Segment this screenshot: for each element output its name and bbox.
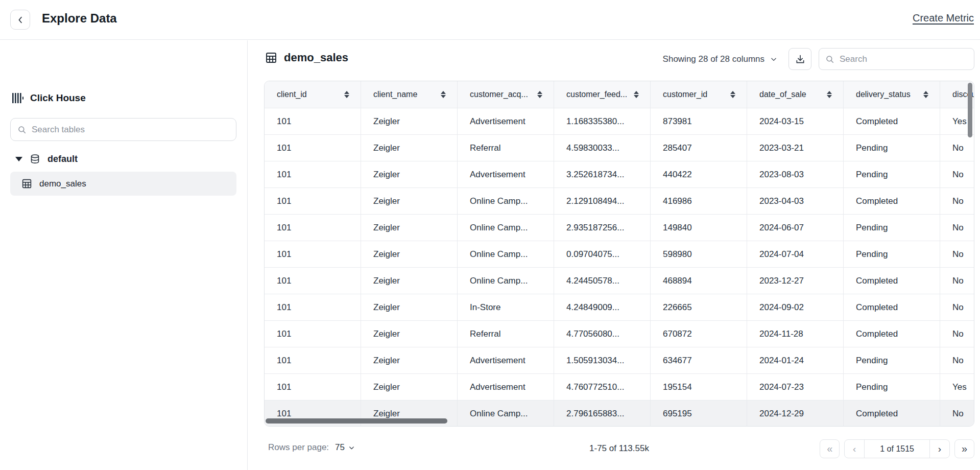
- table-row: 101ZeiglerAdvertisement1.168335380...873…: [265, 108, 974, 134]
- column-header-label: date_of_sale: [759, 90, 806, 99]
- table-cell: No: [940, 294, 974, 320]
- page-indicator: 1 of 1515: [865, 440, 929, 458]
- table-cell: Zeigler: [361, 374, 458, 400]
- table-cell: 2024-07-04: [747, 241, 844, 267]
- column-header-customer_acq[interactable]: customer_acq...: [458, 81, 554, 108]
- table-cell: 4.760772510...: [554, 374, 651, 400]
- column-header-label: client_name: [373, 90, 417, 99]
- table-cell: Advertisement: [458, 374, 554, 400]
- table-row: 101ZeiglerReferral4.77056080...670872202…: [265, 320, 974, 347]
- table-cell: Pending: [844, 241, 940, 267]
- table-cell: Zeigler: [361, 161, 458, 187]
- table-cell: In-Store: [458, 294, 554, 320]
- grid-body: 101ZeiglerAdvertisement1.168335380...873…: [265, 108, 974, 427]
- grid-search-box[interactable]: [819, 48, 974, 70]
- table-row: 101ZeiglerOnline Camp...2.935187256...14…: [265, 214, 974, 241]
- table-cell: Zeigler: [361, 215, 458, 241]
- table-cell: Online Camp...: [458, 241, 554, 267]
- table-cell: 695195: [651, 401, 747, 427]
- table-cell: Yes: [940, 374, 974, 400]
- clickhouse-logo-icon: [12, 92, 23, 104]
- table-search-box[interactable]: [10, 118, 236, 141]
- columns-visibility-dropdown[interactable]: Showing 28 of 28 columns: [663, 54, 777, 64]
- horizontal-scrollbar[interactable]: [266, 418, 447, 424]
- toolbar-right: Showing 28 of 28 columns: [663, 48, 974, 70]
- sort-icon[interactable]: [827, 91, 832, 98]
- download-button[interactable]: [788, 48, 811, 70]
- next-page-button[interactable]: ›: [929, 440, 949, 458]
- table-cell: 2024-06-07: [747, 215, 844, 241]
- prev-page-button[interactable]: ‹: [845, 440, 865, 458]
- column-header-delivery_status[interactable]: delivery_status: [844, 81, 940, 108]
- column-header-client_name[interactable]: client_name: [361, 81, 458, 108]
- table-cell: 2024-07-23: [747, 374, 844, 400]
- table-cell: Pending: [844, 215, 940, 241]
- table-cell: Zeigler: [361, 294, 458, 320]
- table-cell: Advertisement: [458, 347, 554, 373]
- create-metric-link[interactable]: Create Metric: [913, 12, 974, 24]
- table-cell: Zeigler: [361, 347, 458, 373]
- table-cell: Online Camp...: [458, 401, 554, 427]
- last-page-button[interactable]: »: [954, 439, 974, 458]
- table-cell: No: [940, 241, 974, 267]
- column-header-date_of_sale[interactable]: date_of_sale: [747, 81, 844, 108]
- table-cell: 1.505913034...: [554, 347, 651, 373]
- sort-icon[interactable]: [441, 91, 446, 98]
- table-cell: 101: [265, 135, 361, 161]
- table-search-input[interactable]: [32, 125, 229, 135]
- datasource-name: Click House: [30, 92, 86, 104]
- table-cell: No: [940, 321, 974, 347]
- first-page-button[interactable]: «: [820, 439, 840, 458]
- table-cell: No: [940, 215, 974, 241]
- column-header-customer_id[interactable]: customer_id: [651, 81, 747, 108]
- datasource-row: Click House: [12, 92, 86, 104]
- grid-search-input[interactable]: [840, 54, 968, 64]
- back-button[interactable]: [10, 10, 30, 30]
- caret-down-icon[interactable]: [15, 157, 22, 161]
- sort-icon[interactable]: [634, 91, 639, 98]
- sort-icon[interactable]: [537, 91, 542, 98]
- table-cell: Zeigler: [361, 268, 458, 294]
- table-cell: 2024-09-02: [747, 294, 844, 320]
- table-cell: Online Camp...: [458, 268, 554, 294]
- table-cell: Referral: [458, 135, 554, 161]
- table-cell: 4.59830033...: [554, 135, 651, 161]
- table-cell: Pending: [844, 374, 940, 400]
- sort-icon[interactable]: [923, 91, 928, 98]
- table-row: 101ZeiglerOnline Camp...0.09704075...598…: [265, 241, 974, 267]
- table-cell: 101: [265, 215, 361, 241]
- schema-node-default[interactable]: default: [15, 150, 78, 168]
- table-cell: 670872: [651, 321, 747, 347]
- column-header-client_id[interactable]: client_id: [265, 81, 361, 108]
- table-cell: Completed: [844, 321, 940, 347]
- table-cell: Advertisement: [458, 161, 554, 187]
- column-header-label: customer_id: [663, 90, 707, 99]
- table-cell: 468894: [651, 268, 747, 294]
- table-cell: 149840: [651, 215, 747, 241]
- table-cell: 0.09704075...: [554, 241, 651, 267]
- grid-footer: Rows per page: 75 1-75 of 113.55k « ‹ 1 …: [264, 438, 974, 465]
- table-cell: Referral: [458, 321, 554, 347]
- sidebar-item-demo-sales[interactable]: demo_sales: [10, 172, 236, 196]
- table-cell: Completed: [844, 188, 940, 214]
- column-header-customer_feed[interactable]: customer_feed...: [554, 81, 651, 108]
- table-cell: 101: [265, 321, 361, 347]
- table-cell: 101: [265, 241, 361, 267]
- table-cell: Zeigler: [361, 108, 458, 134]
- table-cell: Completed: [844, 401, 940, 427]
- table-cell: 101: [265, 161, 361, 187]
- sort-icon[interactable]: [344, 91, 349, 98]
- table-cell: 1.168335380...: [554, 108, 651, 134]
- search-icon: [825, 55, 834, 64]
- table-cell: 101: [265, 108, 361, 134]
- sort-icon[interactable]: [730, 91, 735, 98]
- vertical-scrollbar[interactable]: [968, 83, 972, 137]
- table-cell: 2.935187256...: [554, 215, 651, 241]
- schema-name: default: [47, 154, 78, 165]
- table-cell: Zeigler: [361, 188, 458, 214]
- database-icon: [30, 154, 40, 165]
- table-cell: 416986: [651, 188, 747, 214]
- download-icon: [795, 54, 805, 64]
- column-header-label: client_id: [277, 90, 307, 99]
- table-cell: Online Camp...: [458, 215, 554, 241]
